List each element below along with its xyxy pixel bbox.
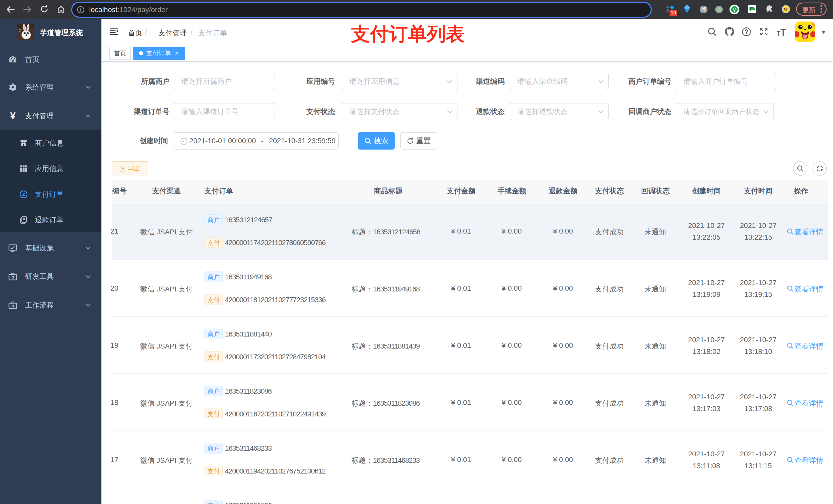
svg-text:¥: ¥	[22, 192, 25, 197]
